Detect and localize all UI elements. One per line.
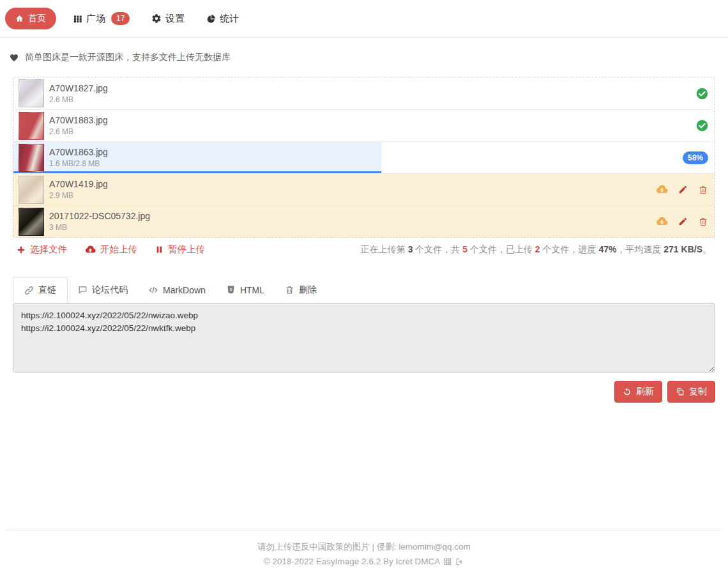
footer-copyright-line: © 2018-2022 EasyImage 2.6.2 By Icret DMC… — [264, 555, 464, 569]
file-row-pending: A70W1419.jpg 2.9 MB — [13, 173, 715, 205]
file-size: 2.9 MB — [49, 191, 108, 200]
copy-icon — [676, 387, 685, 396]
upload-file-icon[interactable] — [656, 215, 668, 228]
footer: 请勿上传违反中国政策的图片 | 侵删: lemomim@qq.com © 201… — [6, 530, 722, 579]
nav-home-label: 首页 — [28, 13, 46, 24]
html5-icon: 5 — [226, 285, 236, 295]
edit-file-icon[interactable] — [678, 185, 688, 194]
plaza-count-badge: 17 — [111, 12, 130, 25]
file-thumbnail — [19, 176, 44, 204]
sign-out-icon[interactable] — [455, 557, 464, 566]
tab-direct-link[interactable]: 直链 — [13, 277, 68, 303]
file-size: 2.6 MB — [49, 127, 108, 136]
link-icon — [24, 286, 34, 295]
delete-file-icon[interactable] — [698, 217, 708, 227]
plus-icon — [17, 245, 26, 254]
success-check-icon — [696, 120, 708, 132]
output-tabs: 直链 论坛代码 MarkDown 5 HTML 删除 — [13, 277, 715, 303]
tagline-text: 简单图床是一款开源图床，支持多文件上传无数据库 — [25, 52, 231, 63]
refresh-icon — [623, 387, 632, 396]
refresh-button[interactable]: 刷新 — [614, 381, 662, 403]
file-size: 3 MB — [49, 223, 150, 232]
file-name: A70W1863.jpg — [49, 147, 108, 157]
file-row-pending: 20171022-DSC05732.jpg 3 MB — [13, 205, 715, 237]
file-size: 1.6 MB/2.8 MB — [49, 159, 108, 168]
tab-html[interactable]: 5 HTML — [216, 277, 275, 303]
status-progress: 47% — [598, 244, 616, 254]
pause-icon — [155, 245, 163, 254]
select-files-button[interactable]: 选择文件 — [17, 243, 67, 256]
upload-dropzone: A70W1827.jpg 2.6 MB A70W1883.jpg 2.6 MB … — [13, 77, 715, 238]
home-icon — [15, 15, 24, 23]
file-name: A70W1419.jpg — [49, 179, 108, 189]
top-navbar: 首页 广场 17 设置 统计 — [0, 0, 728, 38]
cloud-upload-icon — [85, 244, 96, 255]
nav-stats-label: 统计 — [220, 13, 239, 25]
edit-file-icon[interactable] — [678, 217, 688, 226]
qr-code-icon[interactable] — [443, 557, 452, 566]
status-speed: 271 KB/S — [664, 244, 702, 254]
chat-icon — [78, 285, 87, 295]
output-urls-textarea[interactable]: https://i2.100024.xyz/2022/05/22/nwizao.… — [13, 303, 715, 373]
file-thumbnail — [19, 208, 44, 236]
trash-icon — [285, 285, 294, 295]
footer-policy-line: 请勿上传违反中国政策的图片 | 侵删: lemomim@qq.com — [6, 540, 722, 554]
grid-icon — [73, 14, 82, 24]
gears-icon — [151, 13, 162, 24]
pause-upload-button[interactable]: 暂停上传 — [155, 243, 205, 256]
upload-toolbar: 选择文件 开始上传 暂停上传 正在上传第 3 个文件，共 5 个文件，已上传 2… — [13, 238, 715, 261]
site-tagline: 简单图床是一款开源图床，支持多文件上传无数据库 — [9, 52, 719, 63]
nav-plaza-label: 广场 — [86, 13, 105, 25]
file-row: A70W1827.jpg 2.6 MB — [13, 77, 715, 109]
start-upload-button[interactable]: 开始上传 — [85, 243, 137, 256]
file-name: A70W1827.jpg — [49, 83, 108, 93]
upload-file-icon[interactable] — [656, 183, 668, 196]
tab-delete[interactable]: 删除 — [275, 277, 327, 303]
delete-file-icon[interactable] — [698, 185, 708, 195]
tab-markdown[interactable]: MarkDown — [138, 277, 216, 303]
file-row: A70W1883.jpg 2.6 MB — [13, 109, 715, 141]
file-row-uploading: A70W1863.jpg 1.6 MB/2.8 MB 58% — [13, 141, 715, 173]
file-name: 20171022-DSC05732.jpg — [49, 211, 150, 221]
status-total-files: 5 — [462, 244, 467, 254]
file-thumbnail — [19, 144, 44, 172]
file-thumbnail — [19, 79, 44, 107]
status-uploaded-files: 2 — [535, 244, 540, 254]
copy-button[interactable]: 复制 — [667, 381, 715, 403]
progress-percent-badge: 58% — [683, 151, 708, 164]
actions-row: 刷新 复制 — [13, 381, 715, 403]
file-thumbnail — [19, 112, 44, 140]
success-check-icon — [696, 88, 708, 100]
file-size: 2.6 MB — [49, 95, 108, 104]
nav-settings-label: 设置 — [165, 13, 185, 25]
nav-item-stats[interactable]: 统计 — [201, 9, 244, 29]
nav-item-plaza[interactable]: 广场 17 — [68, 8, 135, 29]
heart-icon — [9, 52, 19, 63]
nav-item-home[interactable]: 首页 — [5, 8, 56, 29]
file-name: A70W1883.jpg — [49, 115, 108, 125]
pie-chart-icon — [206, 14, 216, 24]
nav-item-settings[interactable]: 设置 — [146, 9, 190, 29]
upload-status-text: 正在上传第 3 个文件，共 5 个文件，已上传 2 个文件，进度 47%，平均速… — [361, 244, 711, 256]
code-icon — [148, 285, 158, 295]
svg-text:5: 5 — [230, 288, 232, 291]
tab-forum-code[interactable]: 论坛代码 — [68, 277, 138, 303]
